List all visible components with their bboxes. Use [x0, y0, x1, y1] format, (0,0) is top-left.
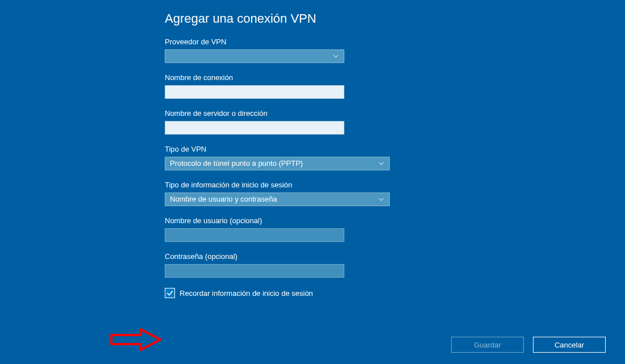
field-provider: Proveedor de VPN [165, 37, 574, 63]
chevron-down-icon [331, 52, 340, 61]
username-input[interactable] [165, 228, 344, 242]
remember-row: Recordar información de inicio de sesión [165, 288, 574, 298]
page-title: Agregar una conexión VPN [165, 11, 574, 26]
remember-checkbox[interactable] [165, 288, 175, 298]
vpn-type-select[interactable]: Protocolo de túnel punto a punto (PPTP) [165, 157, 390, 170]
field-vpn-type: Tipo de VPN Protocolo de túnel punto a p… [165, 145, 574, 170]
connection-name-input[interactable] [165, 85, 344, 99]
save-button[interactable]: Guardar [451, 337, 524, 353]
signin-type-select[interactable]: Nombre de usuario y contraseña [165, 193, 390, 206]
cancel-button[interactable]: Cancelar [533, 337, 606, 353]
server-address-input[interactable] [165, 121, 344, 135]
vpn-form: Agregar una conexión VPN Proveedor de VP… [165, 11, 574, 298]
remember-label: Recordar información de inicio de sesión [180, 289, 313, 298]
field-signin-type: Tipo de información de inicio de sesión … [165, 181, 574, 206]
field-password: Contraseña (opcional) [165, 252, 574, 278]
label-server: Nombre de servidor o dirección [165, 109, 574, 118]
label-connection-name: Nombre de conexión [165, 73, 574, 82]
vpn-provider-select[interactable] [165, 49, 344, 63]
label-vpn-type: Tipo de VPN [165, 145, 574, 153]
label-username: Nombre de usuario (opcional) [165, 216, 574, 225]
vpn-type-value: Protocolo de túnel punto a punto (PPTP) [170, 157, 303, 170]
label-provider: Proveedor de VPN [165, 37, 574, 46]
field-server: Nombre de servidor o dirección [165, 109, 574, 135]
field-connection-name: Nombre de conexión [165, 73, 574, 99]
annotation-arrow-icon [109, 327, 164, 354]
chevron-down-icon [377, 195, 386, 204]
field-username: Nombre de usuario (opcional) [165, 216, 574, 242]
signin-type-value: Nombre de usuario y contraseña [170, 193, 277, 206]
label-password: Contraseña (opcional) [165, 252, 574, 261]
button-bar: Guardar Cancelar [451, 337, 606, 353]
password-input[interactable] [165, 264, 344, 278]
label-signin-type: Tipo de información de inicio de sesión [165, 181, 574, 189]
chevron-down-icon [377, 159, 386, 168]
